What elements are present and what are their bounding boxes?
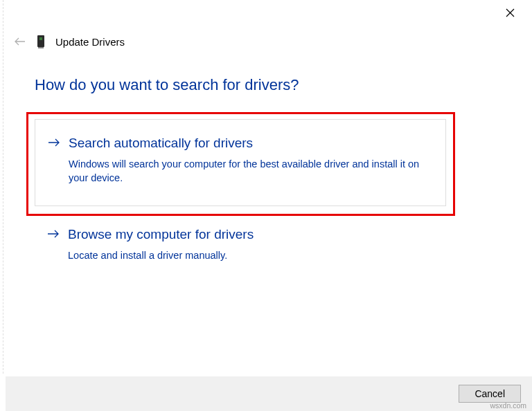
question-heading: How do you want to search for drivers? bbox=[35, 76, 299, 94]
arrow-right-icon bbox=[47, 225, 60, 244]
dialog-header: Update Drivers bbox=[14, 35, 125, 49]
option-search-desc: Windows will search your computer for th… bbox=[69, 157, 429, 185]
close-button[interactable] bbox=[502, 6, 518, 22]
option-row: Browse my computer for drivers Locate an… bbox=[47, 225, 429, 262]
option-row: Search automatically for drivers Windows… bbox=[48, 134, 429, 185]
back-arrow-icon[interactable] bbox=[14, 35, 26, 49]
watermark-text: wsxdn.com bbox=[490, 401, 526, 410]
option-browse-desc: Locate and install a driver manually. bbox=[68, 248, 429, 262]
option-browse-computer[interactable]: Browse my computer for drivers Locate an… bbox=[35, 225, 446, 262]
left-edge-line bbox=[3, 0, 4, 374]
svg-rect-1 bbox=[39, 37, 42, 40]
update-drivers-dialog: Update Drivers How do you want to search… bbox=[0, 0, 532, 411]
svg-rect-2 bbox=[38, 47, 44, 48]
option-content: Search automatically for drivers Windows… bbox=[69, 134, 429, 185]
device-icon bbox=[36, 35, 46, 49]
cancel-button[interactable]: Cancel bbox=[459, 385, 521, 403]
option-search-title: Search automatically for drivers bbox=[69, 134, 429, 153]
option-browse-title: Browse my computer for drivers bbox=[68, 225, 429, 244]
dialog-footer: Cancel bbox=[6, 376, 532, 411]
dialog-title: Update Drivers bbox=[55, 36, 125, 48]
close-icon bbox=[506, 8, 515, 20]
option-content: Browse my computer for drivers Locate an… bbox=[68, 225, 429, 262]
svg-rect-0 bbox=[37, 35, 44, 47]
option-search-automatically[interactable]: Search automatically for drivers Windows… bbox=[35, 119, 446, 206]
arrow-right-icon bbox=[48, 134, 60, 153]
